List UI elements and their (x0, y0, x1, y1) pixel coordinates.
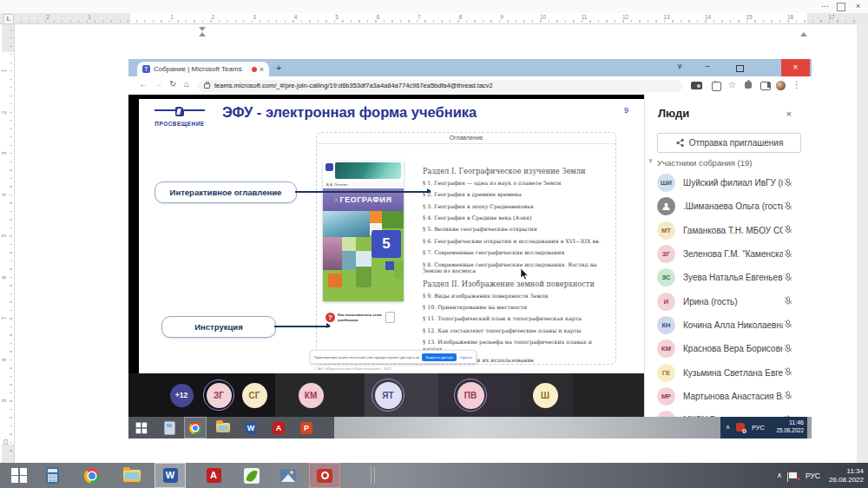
acrobat-taskbar-icon[interactable]: A (267, 417, 290, 439)
hanging-indent-marker[interactable] (199, 32, 206, 36)
participant-avatar[interactable]: +12 (170, 384, 194, 407)
share-page-icon[interactable] (712, 82, 721, 91)
page-gutter (857, 23, 868, 463)
photos-taskbar-icon[interactable] (273, 463, 304, 488)
chrome-taskbar-icon[interactable] (76, 463, 108, 488)
start-taskbar-icon[interactable] (130, 417, 153, 439)
participants-collapse-icon[interactable]: ∨ (648, 157, 653, 164)
mic-muted-icon (783, 175, 793, 191)
explorer-taskbar-icon[interactable] (116, 463, 148, 488)
grade-number: 5 (372, 230, 401, 258)
people-panel-close-icon[interactable]: × (786, 109, 792, 119)
first-line-indent-marker[interactable] (199, 27, 206, 31)
browser-tab[interactable]: T Собрание | Microsoft Teams × (137, 62, 269, 76)
participant-avatar: И (657, 293, 675, 311)
right-indent-marker[interactable] (800, 32, 807, 36)
word-top-strip: ⋯ × (0, 0, 868, 13)
ruler-number: 17 (828, 14, 834, 20)
minimize-button[interactable]: – (701, 62, 713, 70)
ruler-number: 14 (705, 14, 711, 20)
back-icon[interactable]: ← (139, 79, 148, 89)
participant-row[interactable]: ШИШуйский филиал ИвГУ (гос... (645, 171, 812, 195)
participant-row[interactable]: ЗСЗуева Наталья Евгеньевна ... (645, 266, 812, 289)
participant-name: Шуйский филиал ИвГУ (гос... (683, 178, 783, 188)
publisher-emblem-icon (175, 107, 184, 116)
participant-avatar: КМ (299, 383, 324, 408)
send-invite-label: Отправка приглашения (689, 138, 784, 148)
word-taskbar-icon[interactable]: W (155, 463, 186, 488)
ruler-number: 5 (335, 14, 339, 20)
side-panel-icon[interactable] (760, 82, 771, 90)
participant-row[interactable]: МТГаманкова Т.Н. МБОУ СОШ ... (645, 219, 812, 242)
toc-item: § 11. Топографический план и топографиче… (423, 315, 610, 322)
mic-muted-icon (783, 270, 793, 286)
participant-avatar: КН (657, 316, 675, 334)
chrome-taskbar-icon[interactable] (184, 417, 207, 439)
reload-icon[interactable]: ↻ (169, 79, 176, 89)
action-center-flag-icon[interactable] (789, 472, 797, 478)
close-button[interactable]: × (781, 59, 810, 76)
acrobat-taskbar-icon[interactable]: A (198, 463, 229, 488)
explorer-taskbar-icon[interactable] (212, 417, 234, 439)
participant-row[interactable]: МБМКОУ Б... (645, 408, 812, 417)
home-icon[interactable]: ⌂ (184, 79, 189, 89)
word-taskbar-icon[interactable]: W (240, 417, 262, 439)
participant-name: .Шиманаева Ольга (гость) (683, 201, 783, 211)
callout-toc-arrow (295, 191, 431, 193)
participant-avatar: ЗГ (207, 383, 232, 408)
participant-row[interactable]: ГЕКузьмина Светлана Евгенье... (645, 360, 812, 384)
calculator-taskbar-icon[interactable] (36, 463, 68, 488)
participant-row[interactable]: ИИрина (гость) (645, 289, 812, 313)
tray-app-icon[interactable] (736, 423, 745, 432)
tray-up-icon[interactable]: ∧ (777, 472, 782, 479)
bookmark-star-icon[interactable]: ☆ (728, 80, 736, 89)
new-tab-button[interactable]: + (276, 63, 281, 73)
tab-search-chevron-icon[interactable]: ∨ (674, 62, 686, 70)
tray-up-icon[interactable]: ∧ (726, 424, 730, 431)
taskbar-separator (371, 466, 372, 485)
share-invite-icon (675, 138, 685, 148)
ribbon-close-icon[interactable]: × (856, 1, 860, 11)
inner-clock[interactable]: 11:4625.08.2022 (776, 419, 804, 434)
participant-row[interactable]: ЗГЗеленова Г.М. "Каменская с... (645, 242, 812, 266)
hide-button[interactable]: Скрыть (459, 355, 472, 359)
stop-sharing-button[interactable]: Закрыть доступ (422, 353, 457, 361)
language-indicator[interactable]: РУС (806, 472, 820, 480)
clock[interactable]: 11:3426.08.2022 (829, 467, 864, 485)
corel-taskbar-icon[interactable] (236, 463, 267, 488)
cover-logo-icon (326, 163, 333, 171)
participant-name: Гаманкова Т.Н. МБОУ СОШ ... (683, 226, 783, 235)
participant-row[interactable]: КНКочина Алла Николаевна. ... (645, 313, 812, 337)
profile-avatar[interactable] (776, 81, 786, 90)
start-taskbar-icon[interactable] (3, 463, 35, 488)
powerpoint-taskbar-icon[interactable]: P (295, 417, 318, 439)
inner-taskbar-tail (807, 417, 812, 439)
recorder-taskbar-icon[interactable] (309, 463, 340, 488)
pc-taskbar-icon[interactable] (158, 417, 181, 439)
extensions-icon[interactable] (745, 82, 752, 89)
tab-selector[interactable]: L (3, 14, 14, 24)
participant-row[interactable]: МРМартынова Анастасия Вла... (645, 385, 812, 408)
ruler-number: 12 (622, 14, 628, 20)
question-mark-icon: ? (326, 313, 335, 322)
ribbon-more-icon[interactable]: ⋯ (821, 1, 829, 11)
callout-instruction-arrow (274, 326, 330, 327)
screen-share-tab-icon[interactable] (691, 82, 702, 89)
participant-row[interactable]: КМКраснова Вера Борисовна ... (645, 337, 812, 360)
inner-language-indicator[interactable]: РУС (752, 424, 765, 432)
participant-row[interactable]: .Шиманаева Ольга (гость) (645, 195, 812, 218)
address-bar[interactable]: teams.microsoft.com/_#/pre-join-calling/… (198, 80, 682, 92)
ruler-number: 2 (1, 110, 7, 114)
tab-title: Собрание | Microsoft Teams (154, 65, 249, 73)
ribbon-display-icon[interactable] (837, 3, 845, 11)
tab-close-icon[interactable]: × (260, 65, 264, 74)
book-title: ГЕОГРАФИЯ (340, 195, 392, 204)
series-arrow: › (335, 195, 338, 204)
publisher-name: ПРОСВЕЩЕНИЕ (148, 121, 212, 127)
maximize-button[interactable] (736, 65, 744, 72)
chrome-menu-icon[interactable]: ⋮ (792, 80, 801, 89)
send-invite-button[interactable]: Отправка приглашения (657, 133, 801, 153)
recording-dot-icon (252, 67, 257, 72)
forward-icon[interactable]: → (154, 79, 162, 89)
table-of-contents: Раздел I. Географическое изучение Земли§… (423, 164, 610, 369)
